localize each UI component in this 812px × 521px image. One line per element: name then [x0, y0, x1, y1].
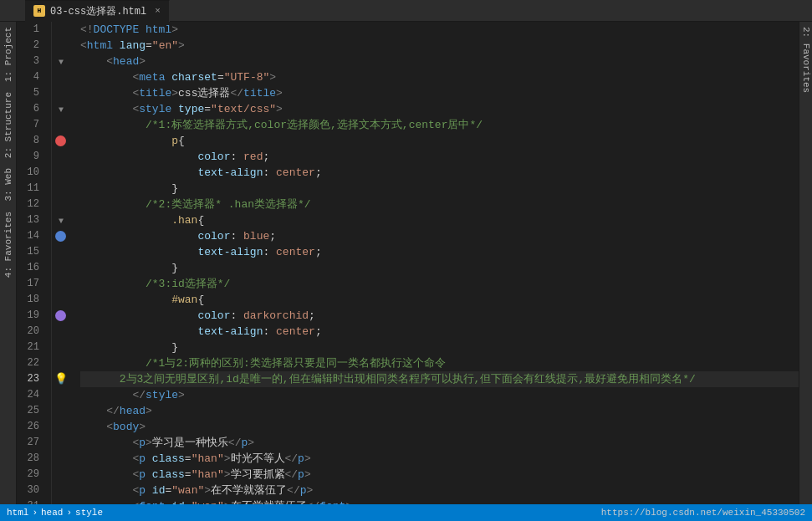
code-line-21: } [80, 340, 799, 355]
line-num-14: 14 [17, 228, 44, 244]
line-num-9: 9 [17, 149, 44, 165]
code-line-11: } [80, 181, 799, 197]
warning-line23: 💡 [54, 372, 68, 386]
code-line-14: color: blue; [80, 228, 799, 244]
sidebar-item-web[interactable]: 3: Web [3, 163, 13, 207]
line-num-4: 4 [17, 69, 44, 85]
line-num-6: 6 [17, 101, 44, 117]
line-num-27: 27 [17, 435, 44, 451]
line-num-22: 22 [17, 355, 44, 371]
fold-line13[interactable]: ▼ [59, 217, 64, 226]
line-num-3: 3 [17, 54, 44, 69]
code-line-25: </head> [80, 403, 799, 419]
tab-bar: H 03-css选择器.html × [0, 0, 812, 22]
line-numbers: 1 2 3 4 5 6 7 8 9 10 11 12 13 14 15 16 1… [17, 22, 52, 504]
editor-area: 1 2 3 4 5 6 7 8 9 10 11 12 13 14 15 16 1… [17, 22, 799, 504]
code-line-4: <meta charset="UTF-8"> [80, 69, 799, 85]
line-num-23: 23 [17, 371, 44, 387]
code-content-area[interactable]: <!DOCTYPE html> <html lang="en"> <head> … [72, 22, 799, 504]
line-num-12: 12 [17, 197, 44, 212]
code-line-23: 2与3之间无明显区别,id是唯一的,但在编辑时出现相同类名程序可以执行,但下面会… [80, 371, 799, 387]
file-tab-label: 03-css选择器.html [50, 4, 146, 18]
code-line-6: <style type="text/css"> [80, 101, 799, 117]
line-num-2: 2 [17, 38, 44, 54]
right-side-panel: 2: Favorites [799, 22, 812, 504]
line-num-24: 24 [17, 387, 44, 403]
line-num-17: 17 [17, 276, 44, 292]
code-line-10: text-align: center; [80, 165, 799, 181]
fold-line6[interactable]: ▼ [59, 105, 64, 115]
code-line-30: <p id="wan">在不学就落伍了</p> [80, 483, 799, 498]
line-num-20: 20 [17, 324, 44, 340]
code-line-13: .han{ [80, 212, 799, 228]
line-num-8: 8 [17, 133, 44, 149]
code-line-31: <font id="wan">在不学就落伍了</font> ← [80, 498, 799, 504]
line-num-26: 26 [17, 419, 44, 435]
code-line-26: <body> [80, 419, 799, 435]
code-line-20: text-align: center; [80, 324, 799, 340]
breadcrumb-html: html [7, 508, 28, 518]
breadcrumb-style: style [75, 508, 103, 518]
line-num-19: 19 [17, 308, 44, 324]
code-line-15: text-align: center; [80, 244, 799, 260]
status-url: https://blog.csdn.net/weixin_45330502 [601, 508, 805, 518]
main-container: 1: Project 2: Structure 3: Web 4: Favori… [0, 22, 812, 504]
breadcrumb-head: head [41, 508, 63, 518]
line-num-10: 10 [17, 165, 44, 181]
line-num-16: 16 [17, 260, 44, 276]
code-line-17: /*3:id选择器*/ [80, 276, 799, 292]
file-tab-icon: H [33, 5, 45, 17]
sidebar-right-favorites[interactable]: 2: Favorites [799, 22, 813, 98]
error-arrow-icon: ← [355, 499, 364, 504]
line-num-15: 15 [17, 244, 44, 260]
code-line-8: p{ [80, 133, 799, 149]
code-line-1: <!DOCTYPE html> [80, 22, 799, 38]
gutter: 💡 ▼ ▼ ▼ [52, 22, 72, 504]
code-line-28: <p class="han">时光不等人</p> [80, 451, 799, 467]
file-tab[interactable]: H 03-css选择器.html × [25, 0, 170, 22]
code-line-24: </style> [80, 387, 799, 403]
line-num-18: 18 [17, 292, 44, 308]
sidebar-item-project[interactable]: 1: Project [3, 22, 13, 87]
line-num-5: 5 [17, 85, 44, 101]
fold-line3[interactable]: ▼ [59, 58, 64, 67]
code-line-16: } [80, 260, 799, 276]
code-lines: 1 2 3 4 5 6 7 8 9 10 11 12 13 14 15 16 1… [17, 22, 799, 504]
line-num-29: 29 [17, 467, 44, 483]
code-line-12: /*2:类选择器* .han类选择器*/ [80, 197, 799, 212]
breakpoint-line8[interactable] [55, 135, 66, 146]
line-num-30: 30 [17, 483, 44, 498]
line-num-7: 7 [17, 117, 44, 133]
code-line-5: <title>css选择器</title> [80, 85, 799, 101]
line-num-28: 28 [17, 451, 44, 467]
breadcrumb: html › head › style [7, 508, 103, 518]
line-num-25: 25 [17, 403, 44, 419]
breakpoint-line14[interactable] [55, 231, 66, 242]
line-num-13: 13 [17, 212, 44, 228]
code-line-9: color: red; [80, 149, 799, 165]
line-num-11: 11 [17, 181, 44, 197]
code-line-19: color: darkorchid; [80, 308, 799, 324]
code-line-18: #wan{ [80, 292, 799, 308]
code-line-29: <p class="han">学习要抓紧</p> [80, 467, 799, 483]
status-bar: html › head › style https://blog.csdn.ne… [0, 504, 812, 521]
code-line-3: <head> [80, 54, 799, 69]
line-num-1: 1 [17, 22, 44, 38]
sidebar-item-structure[interactable]: 2: Structure [3, 87, 13, 163]
code-line-2: <html lang="en"> [80, 38, 799, 54]
breakpoint-line19[interactable] [55, 310, 66, 321]
sidebar-item-favorites[interactable]: 4: Favorites [3, 207, 13, 283]
code-line-7: /*1:标签选择器方式,color选择颜色,选择文本方式,center居中*/ [80, 117, 799, 133]
line-num-31: 31 [17, 498, 44, 504]
code-line-22: /*1与2:两种的区别:类选择器只要是同一类名都执行这个命令 [80, 355, 799, 371]
line-num-21: 21 [17, 340, 44, 355]
code-line-27: <p>学习是一种快乐</p> [80, 435, 799, 451]
tab-close-button[interactable]: × [155, 6, 161, 16]
left-side-panel: 1: Project 2: Structure 3: Web 4: Favori… [0, 22, 17, 504]
